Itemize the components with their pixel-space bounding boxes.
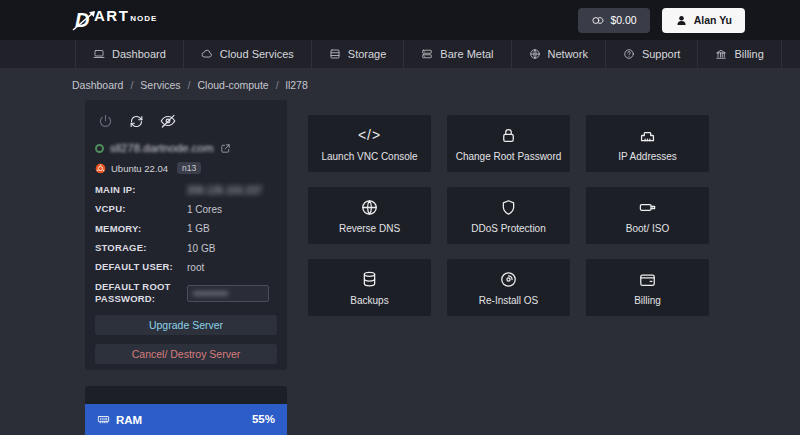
servers-icon xyxy=(421,48,433,60)
globe-icon xyxy=(360,197,379,217)
nav-item-dashboard[interactable]: Dashboard xyxy=(75,40,183,68)
server-panel: sll278.dartnode.com Ubuntu 22.04 n13 MAI… xyxy=(85,100,287,370)
detail-row-memory: MEMORY: 1 GB xyxy=(95,223,277,235)
action-ip-addresses[interactable]: IP Addresses xyxy=(586,115,709,172)
ram-percent: 55% xyxy=(252,413,275,425)
refresh-icon[interactable] xyxy=(128,113,145,130)
breadcrumb-server-id[interactable]: ll278 xyxy=(286,79,308,91)
tile-label: Backups xyxy=(350,295,388,306)
database-icon xyxy=(360,269,379,289)
ram-label: RAM xyxy=(116,414,142,426)
bank-icon xyxy=(715,48,727,60)
action-boot-iso[interactable]: Boot/ ISO xyxy=(586,187,709,244)
nav-item-storage[interactable]: Storage xyxy=(311,40,404,68)
tile-label: Launch VNC Console xyxy=(321,151,417,162)
action-reinstall-os[interactable]: Re-Install OS xyxy=(447,259,570,316)
root-password-value: •••••••••• xyxy=(193,288,228,299)
ubuntu-icon xyxy=(95,163,106,174)
cancel-destroy-server-button[interactable]: Cancel/ Destroy Server xyxy=(95,344,277,364)
breadcrumb-services[interactable]: Services xyxy=(140,79,180,91)
balance-button[interactable]: $0.00 xyxy=(578,8,649,33)
server-controls xyxy=(95,110,277,140)
nav-item-cloud-services[interactable]: Cloud Services xyxy=(183,40,311,68)
main-ip-value: 209.126.103.237 xyxy=(187,185,262,196)
nav-item-network[interactable]: Network xyxy=(511,40,605,68)
detail-label: MAIN IP: xyxy=(95,184,187,196)
ram-usage-bar[interactable]: RAM 55% xyxy=(85,404,287,435)
ram-label-group: RAM xyxy=(97,413,142,426)
brand-suffix-text: NODE xyxy=(130,14,157,23)
tile-label: DDoS Protection xyxy=(471,223,545,234)
network-icon xyxy=(529,48,541,60)
eye-off-icon[interactable] xyxy=(159,112,177,130)
tile-label: Re-Install OS xyxy=(479,295,538,306)
breadcrumb: Dashboard / Services / Cloud-compute / l… xyxy=(72,79,308,91)
usb-drive-icon xyxy=(638,197,657,217)
detail-row-vcpu: VCPU: 1 Cores xyxy=(95,203,277,215)
coins-icon xyxy=(591,14,604,27)
detail-row-default-user: DEFAULT USER: root xyxy=(95,261,277,273)
laptop-icon xyxy=(93,48,105,60)
svg-text:D: D xyxy=(75,9,89,31)
hostname-row: sll278.dartnode.com xyxy=(95,140,277,162)
breadcrumb-separator: / xyxy=(188,79,191,91)
node-badge: n13 xyxy=(177,162,201,174)
ethernet-port-icon xyxy=(638,125,657,145)
nav-item-label: Network xyxy=(548,48,588,60)
breadcrumb-cloud-compute[interactable]: Cloud-compute xyxy=(197,79,268,91)
detail-row-main-ip: MAIN IP: 209.126.103.237 xyxy=(95,184,277,196)
tile-label: Change Root Password xyxy=(456,151,562,162)
upgrade-server-button[interactable]: Upgrade Server xyxy=(95,315,277,335)
external-link-icon[interactable] xyxy=(220,143,231,154)
action-ddos-protection[interactable]: DDoS Protection xyxy=(447,187,570,244)
usage-panel: RAM 55% xyxy=(85,386,287,435)
top-header: D ART NODE $0.00 Alan Yu xyxy=(0,0,800,40)
server-action-grid: </> Launch VNC Console Change Root Passw… xyxy=(308,115,709,316)
detail-label: MEMORY: xyxy=(95,223,187,235)
os-name: Ubuntu 22.04 xyxy=(111,163,168,174)
storage-icon xyxy=(329,48,341,60)
memory-value: 1 GB xyxy=(187,223,210,234)
nav-item-billing[interactable]: Billing xyxy=(697,40,781,68)
root-password-field[interactable]: •••••••••• xyxy=(187,285,269,302)
nav-item-label: Support xyxy=(642,48,681,60)
user-name: Alan Yu xyxy=(694,14,732,26)
action-change-root-password[interactable]: Change Root Password xyxy=(447,115,570,172)
code-icon: </> xyxy=(358,125,381,145)
power-icon[interactable] xyxy=(97,113,114,130)
nav-item-label: Storage xyxy=(348,48,387,60)
nav-item-label: Dashboard xyxy=(112,48,166,60)
nav-item-support[interactable]: Support xyxy=(605,40,698,68)
dartnode-logo[interactable]: D ART NODE xyxy=(70,7,157,33)
lock-icon xyxy=(499,125,518,145)
action-launch-vnc-console[interactable]: </> Launch VNC Console xyxy=(308,115,431,172)
breadcrumb-dashboard[interactable]: Dashboard xyxy=(72,79,123,91)
ram-chip-icon xyxy=(97,413,110,426)
user-button[interactable]: Alan Yu xyxy=(662,8,745,33)
breadcrumb-separator: / xyxy=(276,79,279,91)
header-actions: $0.00 Alan Yu xyxy=(578,8,745,33)
brand-text: ART xyxy=(94,7,129,24)
tile-label: Boot/ ISO xyxy=(626,223,669,234)
detail-label: DEFAULT USER: xyxy=(95,261,187,273)
breadcrumb-separator: / xyxy=(130,79,133,91)
tile-label: IP Addresses xyxy=(618,151,677,162)
action-reverse-dns[interactable]: Reverse DNS xyxy=(308,187,431,244)
tile-label: Reverse DNS xyxy=(339,223,400,234)
nav-item-label: Billing xyxy=(734,48,763,60)
user-icon xyxy=(675,14,688,27)
storage-value: 10 GB xyxy=(187,243,215,254)
detail-row-root-password: DEFAULT ROOT PASSWORD: •••••••••• xyxy=(95,281,277,306)
cloud-icon xyxy=(201,48,213,60)
status-indicator xyxy=(95,144,104,153)
nav-item-bare-metal[interactable]: Bare Metal xyxy=(403,40,510,68)
main-nav: Dashboard Cloud Services Storage Bare Me… xyxy=(0,40,800,68)
server-details: MAIN IP: 209.126.103.237 VCPU: 1 Cores M… xyxy=(95,184,277,305)
shield-icon xyxy=(499,197,518,217)
action-billing[interactable]: Billing xyxy=(586,259,709,316)
server-hostname[interactable]: sll278.dartnode.com xyxy=(110,142,214,154)
detail-label: DEFAULT ROOT PASSWORD: xyxy=(95,281,187,306)
action-backups[interactable]: Backups xyxy=(308,259,431,316)
disc-icon xyxy=(499,269,518,289)
support-icon xyxy=(623,48,635,60)
